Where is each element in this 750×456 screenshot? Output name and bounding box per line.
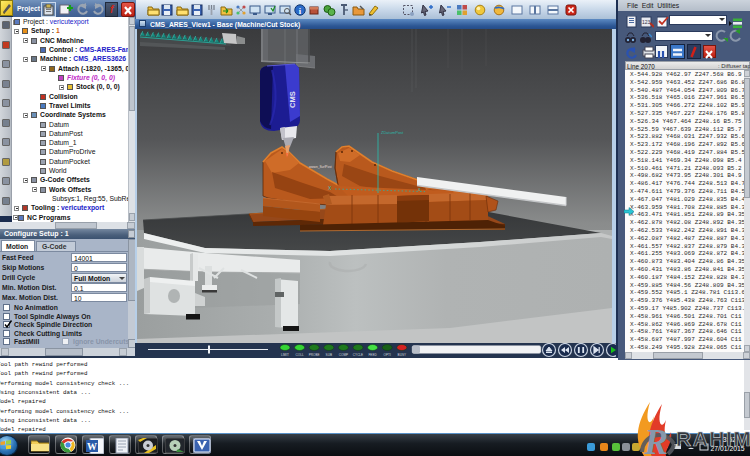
svg-text:PROBE: PROBE [309, 353, 320, 357]
svg-text:CYCLE: CYCLE [353, 353, 363, 357]
svg-text:W: W [87, 441, 97, 452]
svg-text:COMP: COMP [339, 353, 348, 357]
svg-text:COLL: COLL [296, 353, 304, 357]
svg-text:123: 123 [642, 19, 651, 25]
svg-text:OPTI: OPTI [384, 353, 391, 357]
svg-text:BUSY: BUSY [398, 353, 406, 357]
svg-text:wwwn_SurfPost: wwwn_SurfPost [309, 165, 332, 169]
svg-text:SUB: SUB [326, 353, 332, 357]
svg-text:LIMIT: LIMIT [281, 353, 289, 357]
svg-text:ZDatumPost: ZDatumPost [381, 130, 404, 135]
svg-text:FEED: FEED [368, 353, 377, 357]
svg-text:CMS: CMS [288, 91, 297, 108]
svg-text:R: R [643, 422, 668, 456]
